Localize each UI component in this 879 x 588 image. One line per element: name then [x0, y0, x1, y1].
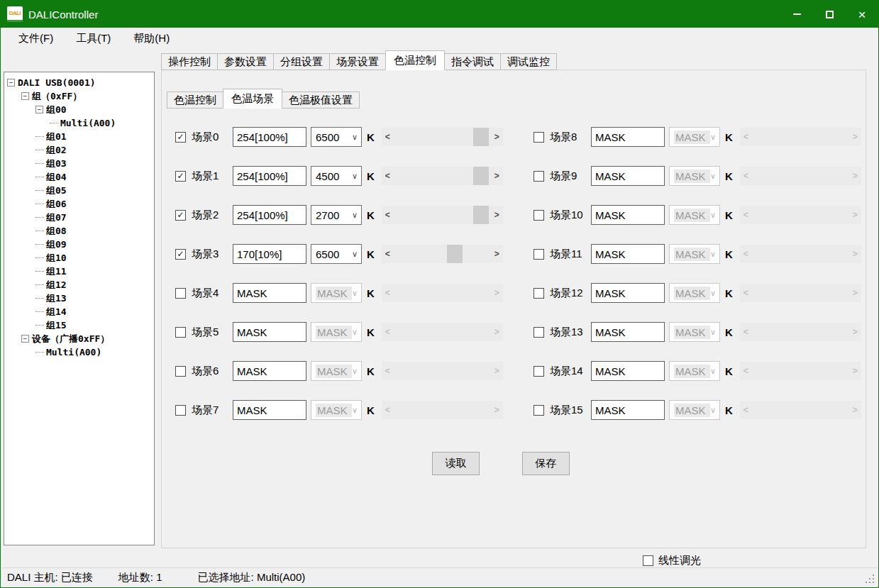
tree-node[interactable]: Multi(A00) [4, 116, 154, 130]
scroll-left-arrow-icon[interactable]: < [382, 206, 394, 224]
scene-colortemp-select[interactable]: 6500∨ [311, 244, 362, 264]
scene-brightness-input[interactable] [591, 361, 665, 381]
scroll-right-arrow-icon[interactable]: > [491, 245, 503, 263]
menu-item-2[interactable]: 帮助(H) [122, 28, 181, 49]
tree-node[interactable]: 组15 [4, 318, 154, 332]
scene-brightness-input[interactable] [591, 127, 665, 147]
scene-checkbox[interactable] [534, 327, 544, 338]
tree-node[interactable]: 组06 [4, 197, 154, 211]
tab-main-3[interactable]: 场景设置 [329, 53, 386, 70]
tab-sub-1[interactable]: 色温场景 [223, 89, 282, 109]
menu-item-1[interactable]: 工具(T) [65, 28, 122, 49]
tab-main-5[interactable]: 指令调试 [444, 53, 501, 70]
tab-main-1[interactable]: 参数设置 [217, 53, 274, 70]
scene-checkbox[interactable] [534, 288, 544, 299]
maximize-button[interactable] [813, 1, 846, 28]
scene-brightness-input[interactable] [591, 244, 665, 264]
tree-node[interactable]: −组（0xFF） [4, 89, 154, 103]
linear-dimming-checkbox[interactable] [643, 555, 653, 566]
colortemp-scrollbar[interactable]: <> [382, 245, 503, 263]
read-button[interactable]: 读取 [432, 452, 480, 475]
scene-brightness-input[interactable] [591, 400, 665, 420]
scene-brightness-input[interactable] [233, 400, 306, 420]
tree-node[interactable]: 组04 [4, 170, 154, 184]
tab-main-2[interactable]: 分组设置 [273, 53, 330, 70]
scene-brightness-input[interactable] [233, 283, 306, 303]
scroll-right-arrow-icon: > [849, 167, 861, 185]
scroll-thumb[interactable] [473, 128, 489, 146]
tree-expander-icon[interactable]: − [7, 79, 15, 87]
scene-checkbox[interactable]: ✓ [175, 132, 186, 143]
tree-node[interactable]: 组08 [4, 224, 154, 238]
tree-expander-icon[interactable]: − [21, 335, 29, 343]
tree-node[interactable]: 组01 [4, 130, 154, 143]
tree-node[interactable]: 组10 [4, 251, 154, 265]
scene-brightness-input[interactable] [591, 205, 665, 225]
save-button[interactable]: 保存 [522, 452, 570, 475]
scene-colortemp-select[interactable]: 4500∨ [311, 166, 362, 186]
scroll-right-arrow-icon[interactable]: > [491, 206, 503, 224]
tree-node[interactable]: 组11 [4, 265, 154, 278]
scene-brightness-input[interactable] [233, 361, 306, 381]
scene-checkbox[interactable] [175, 327, 186, 338]
scroll-left-arrow-icon[interactable]: < [382, 167, 394, 185]
scene-brightness-input[interactable] [233, 322, 306, 342]
scene-row: 场景5MASK∨K<> [175, 322, 503, 342]
colortemp-scrollbar[interactable]: <> [382, 128, 503, 146]
tree-node[interactable]: 组14 [4, 305, 154, 318]
scroll-right-arrow-icon[interactable]: > [491, 167, 503, 185]
scene-brightness-input[interactable] [591, 322, 665, 342]
tab-main-4[interactable]: 色温控制 [385, 50, 445, 70]
scene-checkbox[interactable] [534, 405, 544, 416]
tree-node[interactable]: −DALI USB(0001) [4, 76, 154, 89]
tab-sub-2[interactable]: 色温极值设置 [282, 91, 360, 109]
colortemp-scrollbar[interactable]: <> [382, 206, 503, 224]
tab-sub-0[interactable]: 色温控制 [167, 91, 223, 109]
scene-brightness-input[interactable] [591, 283, 665, 303]
minimize-button[interactable] [780, 1, 813, 28]
scene-checkbox[interactable] [175, 405, 186, 416]
tree-node[interactable]: −组00 [4, 103, 154, 116]
scene-checkbox[interactable] [534, 210, 544, 221]
scroll-left-arrow-icon[interactable]: < [382, 245, 394, 263]
scene-checkbox[interactable]: ✓ [175, 210, 186, 221]
tree-node[interactable]: 组13 [4, 292, 154, 305]
tree-expander-icon[interactable]: − [35, 106, 43, 113]
tab-main-0[interactable]: 操作控制 [161, 53, 218, 70]
tree-node[interactable]: 组09 [4, 238, 154, 251]
scene-colortemp-select[interactable]: 6500∨ [311, 127, 362, 147]
tree-expander-icon[interactable]: − [21, 92, 29, 100]
scene-checkbox[interactable] [534, 366, 544, 377]
scene-checkbox[interactable]: ✓ [175, 171, 186, 182]
tree-node[interactable]: 组02 [4, 143, 154, 157]
scroll-left-arrow-icon[interactable]: < [382, 128, 394, 146]
colortemp-scrollbar[interactable]: <> [382, 167, 503, 185]
scene-checkbox[interactable] [534, 171, 544, 182]
menu-item-0[interactable]: 文件(F) [7, 28, 65, 49]
scroll-thumb[interactable] [473, 206, 489, 224]
tree-node[interactable]: Multi(A00) [4, 345, 154, 359]
scene-colortemp-select[interactable]: 2700∨ [311, 205, 362, 225]
scene-checkbox[interactable] [534, 249, 544, 260]
scene-checkbox[interactable] [534, 132, 544, 143]
scroll-thumb[interactable] [473, 167, 489, 185]
tree-node[interactable]: 组12 [4, 278, 154, 292]
tree-node[interactable]: 组07 [4, 211, 154, 224]
scene-brightness-input[interactable] [233, 205, 306, 225]
tree-node[interactable]: −设备（广播0xFF） [4, 332, 154, 345]
scene-brightness-input[interactable] [591, 166, 665, 186]
scene-checkbox[interactable]: ✓ [175, 249, 186, 260]
scene-checkbox[interactable] [175, 366, 186, 377]
tree-connector [35, 257, 44, 258]
tab-main-6[interactable]: 调试监控 [500, 53, 557, 70]
scene-brightness-input[interactable] [233, 127, 306, 147]
resize-grip[interactable] [873, 582, 874, 583]
scroll-thumb[interactable] [447, 245, 463, 263]
scroll-right-arrow-icon[interactable]: > [491, 128, 503, 146]
close-button[interactable]: × [846, 1, 878, 28]
tree-node[interactable]: 组03 [4, 157, 154, 170]
scene-brightness-input[interactable] [233, 244, 306, 264]
scene-checkbox[interactable] [175, 288, 186, 299]
scene-brightness-input[interactable] [233, 166, 306, 186]
tree-node[interactable]: 组05 [4, 184, 154, 197]
